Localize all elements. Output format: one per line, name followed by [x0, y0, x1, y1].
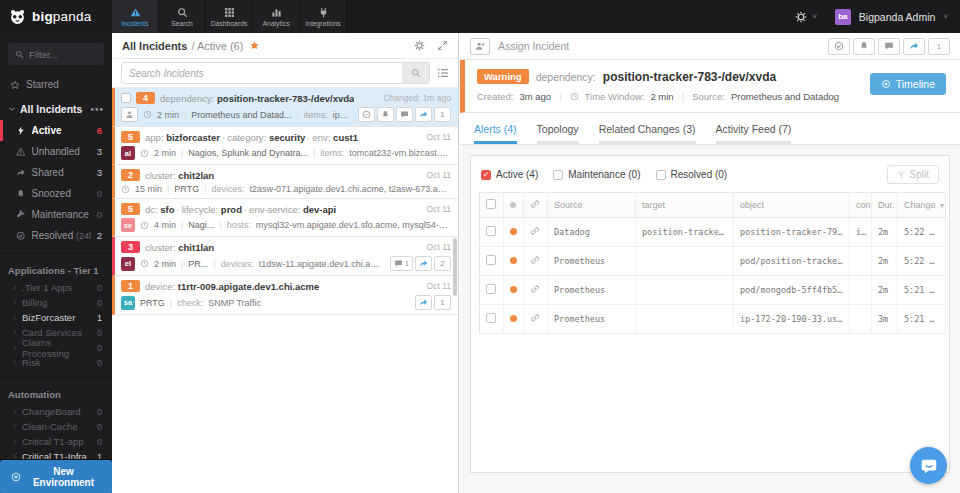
timeline-button[interactable]: Timeline [870, 73, 946, 95]
expand-icon[interactable] [437, 40, 448, 51]
sidebar-item-snoozed[interactable]: Snoozed0 [0, 183, 112, 204]
comment-action-button[interactable]: 1 [390, 256, 413, 271]
action-count-badge[interactable]: 2 [434, 256, 451, 271]
action-count-badge[interactable]: 1 [434, 107, 451, 122]
action-count-badge[interactable]: 1 [434, 295, 451, 310]
breadcrumb-environment[interactable]: All Incidents [122, 40, 187, 52]
share-action-button[interactable] [415, 295, 432, 310]
share-action-button[interactable] [415, 107, 432, 122]
assignee-avatar[interactable]: el [121, 257, 135, 271]
incident-row[interactable]: 5app: bizforcaster·category: security·en… [112, 127, 458, 165]
more-options-icon[interactable]: ••• [90, 104, 104, 115]
alert-row[interactable]: Prometheuspod/mongodb-5ff4fb5356-bqrcd2m… [480, 276, 946, 305]
tab-related-changes[interactable]: Related Changes (3) [599, 123, 696, 144]
chat-widget-button[interactable] [910, 447, 947, 484]
nav-tab-dashboards[interactable]: Dashboards [206, 0, 253, 33]
sidebar-item-maintenance[interactable]: Maintenance0 [0, 204, 112, 225]
sidebar-item-shared[interactable]: Shared3 [0, 162, 112, 183]
alert-checkbox[interactable] [486, 255, 496, 265]
assignee-avatar[interactable]: sa [121, 296, 135, 310]
filter-checkbox[interactable]: ✓ [481, 170, 491, 180]
sidebar-item-count: 0 [97, 343, 102, 353]
comment-button[interactable] [878, 38, 900, 55]
all-incidents-label: All Incidents [20, 103, 82, 115]
sidebar-item-billing[interactable]: Billing0 [0, 295, 112, 310]
gear-icon[interactable] [795, 11, 807, 23]
filter-checkbox[interactable] [656, 170, 666, 180]
nav-tab-label: Analytics [262, 20, 289, 27]
col-con[interactable]: con [850, 193, 872, 218]
resolve-button[interactable] [828, 38, 850, 55]
split-button[interactable]: Split [887, 165, 939, 184]
filter-input[interactable]: Filter... [8, 43, 104, 65]
gear-chevron-icon[interactable]: ˅ [812, 12, 817, 21]
alerts-card: ✓Active (4)Maintenance (0)Resolved (0)Sp… [470, 155, 950, 473]
incident-row[interactable]: 5dc: sfo·lifecycle: prod·env-service: de… [112, 199, 458, 237]
user-name[interactable]: Bigpanda Admin [859, 11, 935, 23]
filter-label: Maintenance (0) [568, 169, 640, 180]
incident-row[interactable]: 4dependency: position-tracker-783-/dev/x… [112, 88, 458, 127]
incident-row[interactable]: 3cluster: chit1lanOct 11el2 min|PR...|de… [112, 237, 458, 276]
nav-tab-integrations[interactable]: Integrations [300, 0, 347, 33]
clock-icon [121, 185, 130, 194]
incident-row[interactable]: 1device: t1rtr-009.apigate.dev1.chi.acme… [112, 276, 458, 315]
incident-checkbox[interactable] [121, 93, 131, 103]
tab-activity-feed[interactable]: Activity Feed (7) [716, 123, 792, 144]
alert-row[interactable]: Prometheuspod/position-tracker-5ff4fb51.… [480, 247, 946, 276]
incident-sources: PR... [188, 259, 208, 269]
col-object[interactable]: object [734, 193, 850, 218]
bigpanda-logo[interactable]: bigpanda [0, 0, 112, 33]
sidebar-item-resolved[interactable]: Resolved (24h)2 [0, 225, 112, 246]
share-button[interactable] [903, 38, 925, 55]
nav-tab-search[interactable]: Search [159, 0, 206, 33]
sidebar-item-starred[interactable]: Starred [0, 69, 112, 98]
nav-tab-incidents[interactable]: Incidents [112, 0, 159, 33]
comment-action-button[interactable] [396, 107, 413, 122]
tab-topology[interactable]: Topology [537, 123, 579, 144]
list-view-icon[interactable] [437, 67, 449, 79]
incident-row[interactable]: 2cluster: chit2lanOct 1115 min|PRTG|devi… [112, 165, 458, 199]
sidebar-item-claims-processing[interactable]: Claims Processing0 [0, 340, 112, 355]
col-source[interactable]: Source [548, 193, 636, 218]
search-button[interactable] [402, 63, 429, 83]
col-dur[interactable]: Dur. [872, 193, 898, 218]
col-change[interactable]: Change▼ [898, 193, 946, 218]
new-environment-button[interactable]: New Environment [0, 460, 112, 493]
alert-checkbox[interactable] [486, 313, 496, 323]
assign-user-button[interactable] [470, 38, 490, 55]
sidebar-item-bizforcaster[interactable]: BizForcaster1 [0, 310, 112, 325]
alert-row[interactable]: Datadogposition-tracker-794.west-1c...po… [480, 218, 946, 247]
alert-checkbox[interactable] [486, 226, 496, 236]
sidebar-all-incidents[interactable]: All Incidents ••• [0, 98, 112, 120]
sidebar-item-changeboard[interactable]: ChangeBoard0 [0, 404, 112, 419]
favorite-star-icon[interactable] [249, 40, 260, 51]
scrollbar-thumb[interactable] [453, 238, 457, 296]
sidebar-item-active[interactable]: Active6 [0, 120, 112, 141]
select-all-checkbox[interactable] [486, 199, 496, 209]
user-avatar[interactable]: ba [835, 9, 851, 25]
assignee-avatar[interactable]: se [121, 218, 135, 232]
filter-maintenance[interactable]: Maintenance (0) [553, 169, 640, 180]
nav-tab-analytics[interactable]: Analytics [253, 0, 300, 33]
share-count-badge[interactable]: 1 [928, 38, 950, 55]
sidebar-item-critical-t1-app[interactable]: Critical T1-app0 [0, 434, 112, 449]
bell-action-button[interactable] [377, 107, 394, 122]
snooze-button[interactable] [853, 38, 875, 55]
assignee-avatar[interactable]: al [121, 146, 135, 160]
assign-user-button[interactable] [121, 107, 138, 122]
user-chevron-icon[interactable]: ˅ [943, 12, 948, 21]
incident-search-input[interactable]: Search Incidents [121, 62, 430, 84]
filter-checkbox[interactable] [553, 170, 563, 180]
sidebar-item-tier-1-apps[interactable]: .Tier 1 Apps0 [0, 280, 112, 295]
share-action-button[interactable] [415, 256, 432, 271]
filter-active[interactable]: ✓Active (4) [481, 169, 538, 180]
tab-alerts[interactable]: Alerts (4) [474, 123, 517, 144]
alert-row[interactable]: Prometheusip-172-20-190-33.us-west-2.co.… [480, 305, 946, 334]
sidebar-item-clean-cache[interactable]: Clean-Cache0 [0, 419, 112, 434]
filter-resolved[interactable]: Resolved (0) [656, 169, 728, 180]
col-target[interactable]: target [636, 193, 734, 218]
list-settings-gear-icon[interactable] [414, 40, 425, 51]
alert-checkbox[interactable] [486, 284, 496, 294]
checkc-action-button[interactable] [358, 107, 375, 122]
sidebar-item-unhandled[interactable]: Unhandled3 [0, 141, 112, 162]
